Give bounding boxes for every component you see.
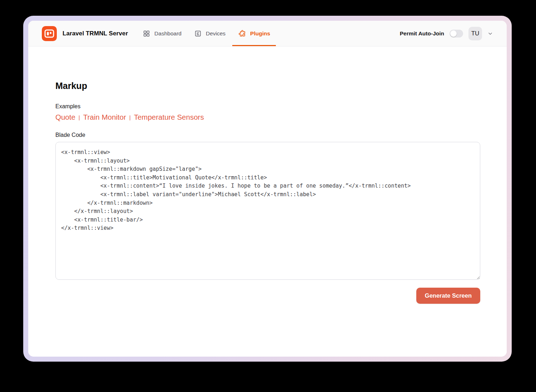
example-link-train-monitor[interactable]: Train Monitor <box>83 113 126 121</box>
blade-code-textarea[interactable]: <x-trmnl::view> <x-trmnl::layout> <x-trm… <box>55 142 480 280</box>
nav-label: Dashboard <box>154 30 182 37</box>
nav-label: Devices <box>206 30 225 37</box>
main-nav: Dashboard Devices <box>143 21 270 46</box>
user-avatar[interactable]: TU <box>468 27 482 40</box>
example-link-temperature-sensors[interactable]: Temperature Sensors <box>134 113 204 121</box>
grid-icon <box>143 30 150 37</box>
app-title: Laravel TRMNL Server <box>63 30 128 37</box>
permit-autojoin-label: Permit Auto-Join <box>400 30 444 37</box>
chevron-down-icon[interactable] <box>487 31 493 36</box>
blade-code-label: Blade Code <box>55 132 480 138</box>
link-separator: | <box>79 114 80 120</box>
toggle-knob <box>450 30 457 37</box>
nav-item-plugins[interactable]: Plugins <box>238 21 270 46</box>
permit-autojoin-toggle[interactable] <box>450 30 463 38</box>
page-title: Markup <box>55 81 480 91</box>
window-frame: Laravel TRMNL Server Dashboard <box>23 16 512 362</box>
main-content: Markup Examples Quote | Train Monitor | … <box>28 46 507 357</box>
header-right: Permit Auto-Join TU <box>400 27 493 40</box>
examples-label: Examples <box>55 103 480 110</box>
puzzle-icon <box>238 30 246 37</box>
nav-item-devices[interactable]: Devices <box>194 21 225 46</box>
link-separator: | <box>129 114 131 120</box>
example-link-quote[interactable]: Quote <box>55 113 75 121</box>
example-links: Quote | Train Monitor | Temperature Sens… <box>55 113 480 121</box>
app-window: Laravel TRMNL Server Dashboard <box>28 21 507 357</box>
generate-screen-button[interactable]: Generate Screen <box>416 288 480 304</box>
header: Laravel TRMNL Server Dashboard <box>28 21 507 46</box>
nav-label: Plugins <box>250 30 270 37</box>
devices-icon <box>194 30 202 37</box>
app-logo-icon <box>42 26 57 41</box>
button-row: Generate Screen <box>55 288 480 304</box>
nav-item-dashboard[interactable]: Dashboard <box>143 21 182 46</box>
